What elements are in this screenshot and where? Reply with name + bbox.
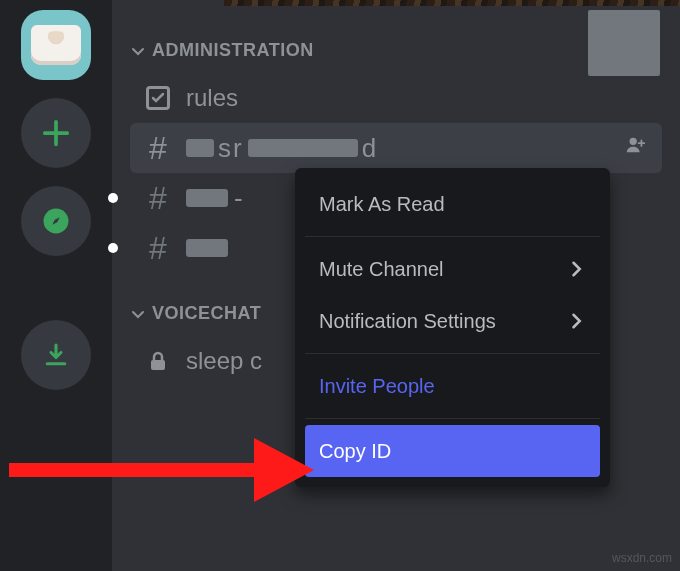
chevron-down-icon (130, 306, 146, 322)
chevron-right-icon (566, 259, 586, 279)
menu-invite-people[interactable]: Invite People (305, 360, 600, 412)
menu-item-label: Notification Settings (319, 310, 496, 333)
menu-mark-as-read[interactable]: Mark As Read (305, 178, 600, 230)
rules-icon (144, 86, 172, 110)
lock-icon (144, 349, 172, 373)
channel-label: rules (186, 84, 238, 112)
unread-indicator (108, 243, 118, 253)
discover-button[interactable] (21, 186, 91, 256)
menu-separator (305, 236, 600, 237)
channel-rules[interactable]: rules (130, 73, 662, 123)
redacted-text (248, 139, 358, 157)
server-icon-active[interactable] (21, 10, 91, 80)
add-server-button[interactable] (21, 98, 91, 168)
channel-label-fragment: sr (218, 133, 244, 164)
menu-notification-settings[interactable]: Notification Settings (305, 295, 600, 347)
menu-item-label: Copy ID (319, 440, 391, 463)
watermark: wsxdn.com (612, 551, 672, 565)
hash-icon: # (144, 180, 172, 217)
redacted-text (186, 189, 228, 207)
category-label: ADMINISTRATION (152, 40, 314, 61)
menu-item-label: Invite People (319, 375, 435, 398)
server-banner (224, 0, 680, 6)
redacted-text (186, 139, 214, 157)
channel-label-fragment: - (234, 183, 245, 214)
menu-separator (305, 353, 600, 354)
create-invite-icon[interactable] (624, 134, 646, 162)
menu-item-label: Mute Channel (319, 258, 444, 281)
channel-label-fragment: d (362, 133, 378, 164)
plus-icon (41, 118, 71, 148)
hash-icon: # (144, 230, 172, 267)
menu-copy-id[interactable]: Copy ID (305, 425, 600, 477)
compass-icon (41, 206, 71, 236)
download-icon (41, 340, 71, 370)
category-header-administration[interactable]: ADMINISTRATION (130, 34, 662, 73)
channel-label: sleep c (186, 347, 262, 375)
chevron-right-icon (566, 311, 586, 331)
menu-item-label: Mark As Read (319, 193, 445, 216)
channel-context-menu: Mark As Read Mute Channel Notification S… (295, 168, 610, 487)
channel-selected-redacted[interactable]: # sr d (130, 123, 662, 173)
hash-icon: # (144, 130, 172, 167)
svg-point-1 (630, 138, 637, 145)
keycap-icon (31, 25, 81, 65)
menu-separator (305, 418, 600, 419)
download-apps-button[interactable] (21, 320, 91, 390)
redacted-box (588, 10, 660, 76)
unread-indicator (108, 193, 118, 203)
redacted-text (186, 239, 228, 257)
chevron-down-icon (130, 43, 146, 59)
category-label: VOICECHAT (152, 303, 261, 324)
svg-rect-2 (151, 360, 165, 370)
menu-mute-channel[interactable]: Mute Channel (305, 243, 600, 295)
annotation-arrow (4, 420, 324, 530)
